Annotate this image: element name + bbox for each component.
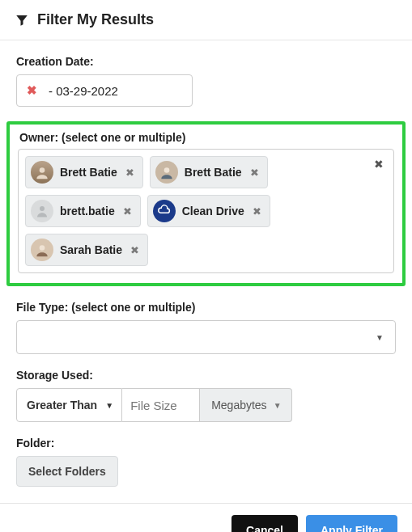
chevron-down-icon: ▼: [105, 401, 113, 410]
owner-chip[interactable]: brett.batie ✖: [25, 195, 141, 227]
owner-chip-label: Clean Drive: [182, 205, 244, 217]
storage-section: Storage Used: Greater Than ▼ Megabytes ▼: [16, 369, 396, 422]
folder-label: Folder:: [16, 437, 396, 450]
owner-chip-label: Sarah Batie: [60, 243, 122, 256]
owner-chip-label: Brett Batie: [185, 166, 242, 179]
owner-chip[interactable]: Brett Batie ✖: [25, 156, 143, 188]
creation-date-input[interactable]: ✖ - 03-29-2022: [16, 74, 193, 107]
owner-chip-label: brett.batie: [60, 205, 115, 217]
folder-section: Folder: Select Folders: [16, 437, 396, 487]
creation-date-label: Creation Date:: [16, 55, 396, 68]
avatar-placeholder: [31, 200, 53, 222]
owner-chip[interactable]: Sarah Batie ✖: [25, 234, 148, 266]
avatar-logo: [153, 200, 176, 222]
remove-chip-icon[interactable]: ✖: [250, 167, 259, 179]
dialog-footer: Cancel Apply Filter: [0, 503, 412, 532]
owner-chip[interactable]: Clean Drive ✖: [147, 195, 270, 227]
file-type-section: File Type: (select one or multiple) ▼: [16, 301, 396, 354]
remove-chip-icon[interactable]: ✖: [123, 205, 132, 217]
remove-chip-icon[interactable]: ✖: [125, 167, 134, 179]
svg-point-1: [164, 167, 169, 173]
owner-chip[interactable]: Brett Batie ✖: [150, 156, 268, 188]
chevron-down-icon: ▼: [376, 333, 384, 342]
owner-chip-box[interactable]: ✖ Brett Batie ✖ Brett Batie ✖ brett: [18, 149, 394, 273]
clear-all-owners-icon[interactable]: ✖: [374, 158, 384, 171]
remove-chip-icon[interactable]: ✖: [253, 205, 261, 217]
storage-unit-select[interactable]: Megabytes ▼: [200, 388, 291, 422]
file-type-select[interactable]: ▼: [16, 320, 396, 354]
file-size-input[interactable]: [122, 388, 200, 422]
owner-chip-label: Brett Batie: [60, 166, 117, 179]
avatar: [31, 239, 53, 261]
dialog-title: Filter My Results: [37, 11, 154, 28]
clear-date-icon[interactable]: ✖: [27, 83, 37, 98]
creation-date-section: Creation Date: ✖ - 03-29-2022: [16, 55, 396, 107]
svg-point-3: [40, 245, 45, 251]
storage-unit-value: Megabytes: [211, 399, 266, 412]
avatar: [31, 161, 53, 184]
storage-label: Storage Used:: [16, 369, 396, 382]
svg-point-2: [40, 206, 45, 211]
owner-section: Owner: (select one or multiple) ✖ Brett …: [6, 121, 406, 286]
apply-filter-button[interactable]: Apply Filter: [306, 515, 397, 532]
remove-chip-icon[interactable]: ✖: [130, 244, 139, 256]
cancel-button[interactable]: Cancel: [231, 515, 298, 532]
owner-label: Owner: (select one or multiple): [19, 131, 394, 144]
avatar: [155, 161, 178, 184]
chevron-down-icon: ▼: [274, 401, 282, 410]
storage-comparator-select[interactable]: Greater Than ▼: [16, 388, 122, 422]
dialog-header: Filter My Results: [0, 0, 412, 40]
file-type-label: File Type: (select one or multiple): [16, 301, 396, 314]
filter-icon: [15, 13, 29, 27]
creation-date-value: - 03-29-2022: [49, 84, 118, 98]
select-folders-button[interactable]: Select Folders: [16, 456, 118, 487]
svg-point-0: [40, 167, 45, 173]
storage-comparator-value: Greater Than: [27, 399, 97, 412]
